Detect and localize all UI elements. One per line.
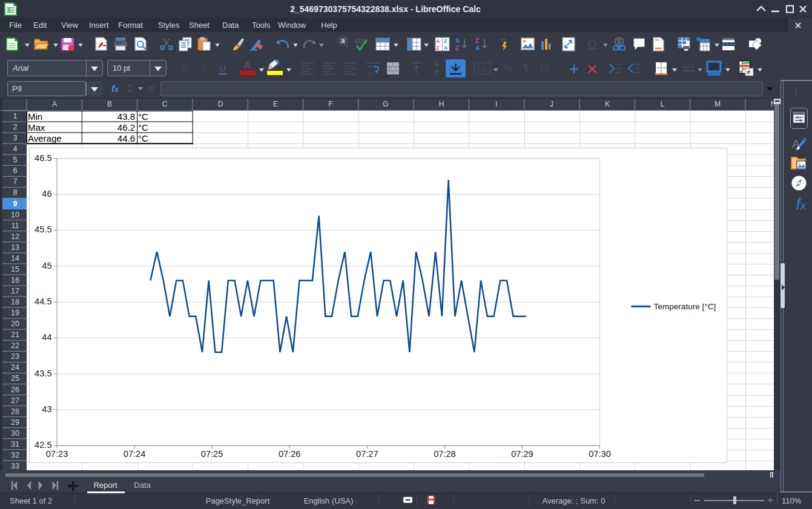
svg-text:43: 43 xyxy=(42,404,51,413)
svg-text:46.5: 46.5 xyxy=(35,153,51,162)
svg-text:07:28: 07:28 xyxy=(434,449,456,459)
svg-text:Z: Z xyxy=(436,45,440,51)
svg-text:46: 46 xyxy=(42,189,51,199)
svg-text:A: A xyxy=(436,38,440,44)
svg-text:07:29: 07:29 xyxy=(511,449,533,459)
svg-text:0.0: 0.0 xyxy=(477,65,486,73)
svg-text:a: a xyxy=(341,36,345,45)
svg-text:44: 44 xyxy=(42,332,51,342)
svg-text:Z: Z xyxy=(475,38,479,44)
svg-text:44.5: 44.5 xyxy=(35,297,51,306)
svg-text:Z: Z xyxy=(444,38,447,44)
svg-text:07:23: 07:23 xyxy=(46,449,68,459)
svg-text:Temperature [°C]: Temperature [°C] xyxy=(654,301,716,310)
svg-text:07:26: 07:26 xyxy=(279,449,301,459)
svg-text:A: A xyxy=(475,45,480,51)
svg-text:07:30: 07:30 xyxy=(589,449,611,459)
svg-text:45.5: 45.5 xyxy=(35,225,51,234)
svg-text:45: 45 xyxy=(42,260,51,270)
svg-text:43.5: 43.5 xyxy=(35,368,51,378)
svg-text:□: □ xyxy=(701,40,703,43)
svg-text:07:24: 07:24 xyxy=(124,449,146,459)
svg-text:A: A xyxy=(444,45,448,51)
svg-text:42.5: 42.5 xyxy=(35,440,51,450)
svg-text:A: A xyxy=(455,38,460,44)
svg-text:Z: Z xyxy=(455,45,459,51)
svg-text:07:27: 07:27 xyxy=(356,449,378,459)
svg-text:≠: ≠ xyxy=(747,68,750,76)
svg-text:07:25: 07:25 xyxy=(201,449,223,459)
